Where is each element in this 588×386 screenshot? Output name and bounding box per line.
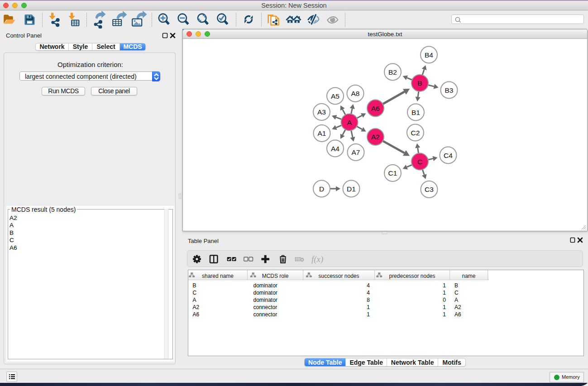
svg-text:C4: C4 [444, 152, 453, 159]
svg-text:B1: B1 [411, 109, 420, 116]
svg-text:C1: C1 [388, 169, 397, 177]
svg-text:D1: D1 [347, 185, 356, 193]
svg-text:C3: C3 [425, 186, 434, 193]
svg-text:B: B [417, 79, 422, 87]
svg-text:A4: A4 [331, 145, 339, 152]
svg-text:A1: A1 [318, 129, 326, 137]
svg-text:C: C [417, 158, 422, 166]
svg-text:D: D [319, 185, 324, 193]
svg-text:C2: C2 [411, 129, 420, 137]
svg-text:A2: A2 [371, 133, 380, 141]
svg-text:B2: B2 [388, 68, 397, 76]
svg-text:A3: A3 [317, 108, 326, 116]
svg-text:A5: A5 [331, 92, 339, 100]
svg-text:B3: B3 [445, 86, 454, 94]
svg-text:f(x): f(x) [311, 254, 323, 264]
svg-text:A: A [347, 119, 352, 126]
svg-text:B4: B4 [425, 51, 433, 59]
svg-text:A7: A7 [352, 148, 360, 156]
svg-text:A8: A8 [351, 90, 360, 97]
svg-text:A6: A6 [371, 105, 380, 112]
